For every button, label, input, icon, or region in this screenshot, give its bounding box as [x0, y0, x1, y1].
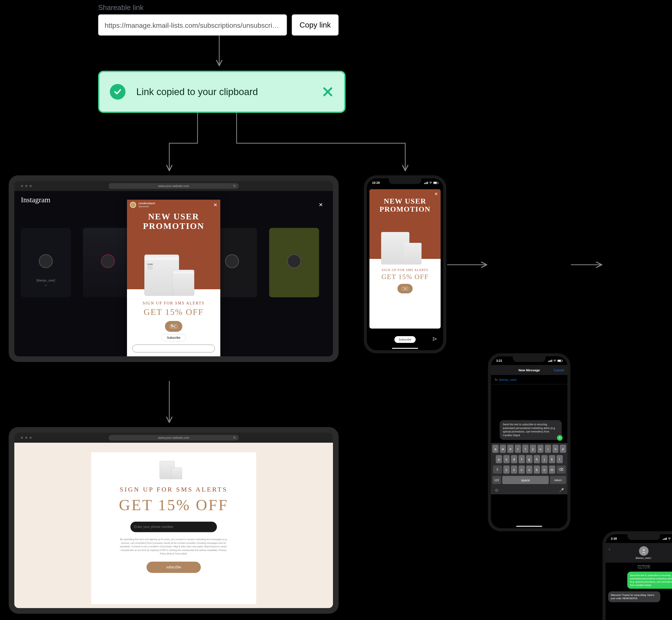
cancel-button[interactable]: Cancel [554, 368, 564, 372]
form-offer: GET 15% OFF [119, 496, 228, 514]
battery-icon [557, 360, 562, 362]
story-reply-input[interactable] [133, 345, 215, 352]
subscribe-button[interactable]: subscribe [147, 562, 201, 573]
home-indicator [392, 348, 418, 349]
brand-avatar[interactable] [130, 202, 136, 208]
story-tile[interactable]: [klaviyo_user] 1h [21, 228, 71, 297]
status-time: 3:39 [611, 537, 617, 540]
promo-subtitle: SIGN UP FOR SMS ALERTS [143, 301, 204, 306]
signal-icon [548, 360, 552, 362]
status-time: 10:29 [372, 181, 380, 185]
search-icon [233, 185, 236, 188]
status-time: 3:21 [496, 359, 502, 362]
legal-disclaimer: By submitting this form and signing up f… [119, 537, 228, 556]
search-icon [233, 436, 236, 439]
close-icon[interactable]: ✕ [213, 202, 217, 208]
contact-avatar[interactable] [639, 546, 649, 556]
svg-point-0 [234, 185, 235, 187]
message-draft[interactable]: Send this text to subscribe to recurring… [500, 420, 562, 440]
shareable-link-input[interactable]: https://manage.kmail-lists.com/subscript… [98, 14, 287, 36]
promo-offer: GET 15% OFF [144, 307, 204, 317]
toast-message: Link copied to your clipboard [136, 86, 311, 97]
shareable-link-block: Shareable link https://manage.kmail-list… [98, 3, 339, 36]
share-icon[interactable] [432, 337, 437, 342]
wifi-icon [668, 537, 671, 540]
form-title: SIGN UP FOR SMS ALERTS [119, 486, 228, 493]
browser-url[interactable]: www.your-website.com [108, 435, 239, 441]
compose-header: New Message Cancel [491, 365, 567, 375]
svg-point-3 [171, 324, 172, 325]
close-story-icon[interactable]: ✕ [319, 202, 323, 208]
battery-icon [433, 182, 438, 184]
close-icon[interactable] [322, 86, 334, 98]
copy-link-button[interactable]: Copy link [292, 14, 339, 36]
promo-story-ad: candlesdepotSponsored ✕ NEW USERPROMOTIO… [127, 200, 220, 356]
mic-icon[interactable]: 🎤 [559, 488, 564, 493]
shareable-link-label: Shareable link [98, 3, 339, 12]
subscribe-button[interactable]: Subscribe [161, 334, 186, 341]
wifi-icon [429, 182, 432, 184]
backspace-key: ⌫ [557, 465, 566, 474]
subscribe-button[interactable]: Subscribe [395, 336, 416, 343]
scissors-coupon-icon [165, 321, 182, 332]
message-thread: Text MessageToday 3:39 PM Send this text… [606, 563, 672, 620]
close-icon[interactable]: ✕ [434, 192, 438, 197]
phone-conversation: 3:39 ‹ [klaviyo_user] › Text MessageToda… [603, 531, 672, 620]
svg-point-8 [669, 539, 670, 540]
promo-offer: GET 15% OFF [381, 273, 429, 281]
brand-name: candlesdepot [138, 202, 155, 205]
browser-url[interactable]: www.your-website.com [108, 183, 239, 189]
signal-icon [663, 537, 667, 540]
promo-subtitle: SIGN UP FOR SMS ALERTS [382, 268, 428, 272]
phone-number-input[interactable] [130, 521, 217, 532]
phone-promo-story: 10:29 ✕ NEW USERPROMOTION SIGN UP FOR SM… [364, 175, 446, 353]
shift-key: ⇧ [493, 465, 502, 474]
svg-point-9 [643, 549, 645, 551]
svg-point-2 [171, 326, 172, 327]
candle-product-image [172, 270, 194, 296]
incoming-message: Welcome! Thanks for subscribing. Here's … [608, 591, 660, 602]
outgoing-message: Send this text to subscribe to recurring… [627, 572, 672, 589]
candle-product-image [404, 243, 421, 264]
scissors-coupon-icon [398, 284, 413, 294]
signup-form-card: SIGN UP FOR SMS ALERTS GET 15% OFF By su… [91, 452, 256, 604]
to-field[interactable]: To: [klaviyo_user] [491, 375, 567, 384]
svg-point-7 [555, 361, 555, 362]
keyboard[interactable]: qwertyuiop asdfghjkl ⇧zxcvbnm⌫ 123spacer… [491, 443, 567, 494]
wifi-icon [553, 360, 556, 362]
laptop-landing-page: www.your-website.com SIGN UP FOR SMS ALE… [9, 427, 339, 614]
copied-toast: Link copied to your clipboard [98, 71, 346, 113]
emoji-icon[interactable]: ☺ [495, 487, 499, 493]
story-tile[interactable] [83, 228, 133, 297]
contact-name: [klaviyo_user] › [636, 557, 652, 559]
signal-icon [424, 182, 428, 184]
back-button[interactable]: ‹ [609, 546, 610, 552]
phone-new-message: 3:21 New Message Cancel To: [klaviyo_use… [488, 353, 570, 531]
svg-point-4 [234, 436, 235, 438]
sponsored-label: Sponsored [138, 205, 149, 208]
conversation-header: ‹ [klaviyo_user] › [606, 543, 672, 563]
product-image [160, 459, 188, 480]
browser-titlebar: www.your-website.com [14, 181, 333, 191]
svg-point-5 [430, 184, 431, 184]
browser-titlebar: www.your-website.com [14, 433, 333, 443]
promo-story-ad: ✕ NEW USERPROMOTION SIGN UP FOR SMS ALER… [369, 189, 441, 328]
compose-title: New Message [519, 368, 540, 372]
send-button[interactable] [557, 435, 563, 441]
story-tile[interactable] [269, 228, 319, 297]
home-indicator [516, 526, 542, 527]
laptop-instagram-ad: www.your-website.com Instagram ✕ [klaviy… [9, 175, 339, 362]
check-circle-icon [110, 84, 125, 100]
